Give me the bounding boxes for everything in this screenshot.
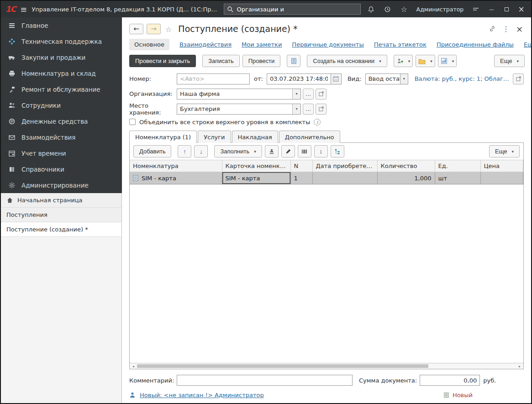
organization-input[interactable]: [177, 89, 301, 100]
main-menu-icon[interactable]: [20, 5, 27, 14]
sidebar-item-employees[interactable]: Сотрудники: [1, 97, 122, 113]
comment-input[interactable]: [177, 375, 353, 386]
tab-uslugi[interactable]: Услуги: [198, 131, 231, 143]
current-user-label[interactable]: Администратор: [416, 6, 464, 13]
cell-purchase-date[interactable]: [312, 172, 377, 184]
more-commands-button[interactable]: Еще: [494, 55, 525, 67]
fill-button[interactable]: Заполнить: [214, 145, 262, 157]
get-link-icon[interactable]: [489, 25, 496, 32]
column-header[interactable]: Цена: [480, 160, 523, 172]
window-item-home[interactable]: Начальная страница: [1, 193, 121, 208]
close-form-icon[interactable]: [516, 24, 523, 34]
cell-n[interactable]: 1: [290, 172, 312, 184]
pencil-button[interactable]: [281, 145, 295, 157]
post-and-close-button[interactable]: Провести и закрыть: [129, 55, 196, 67]
move-row-down-button[interactable]: [194, 145, 208, 157]
chevron-down-icon[interactable]: [292, 89, 300, 99]
maximize-button[interactable]: [501, 3, 512, 15]
minimize-button[interactable]: [486, 3, 497, 15]
close-window-button[interactable]: [516, 3, 527, 15]
kind-value[interactable]: Ввод остатк: [365, 73, 400, 84]
chevron-down-icon[interactable]: [400, 73, 408, 84]
column-header[interactable]: N: [290, 160, 312, 172]
sidebar-item-glavnoe[interactable]: Главное: [1, 17, 122, 33]
column-header[interactable]: Номенклатура: [130, 160, 222, 172]
open-currency-settings-button[interactable]: [513, 73, 524, 84]
calendar-picker-button[interactable]: [331, 73, 342, 84]
organization-choose-button[interactable]: [303, 89, 314, 100]
files-button[interactable]: [416, 55, 435, 67]
currency-summary-link[interactable]: Валюта: руб., курс: 1; Облагается ...: [415, 75, 511, 82]
column-header[interactable]: Количество: [377, 160, 435, 172]
scrollbar-thumb[interactable]: [137, 364, 428, 368]
add-user-task-button[interactable]: [394, 55, 413, 67]
cell-quantity[interactable]: 1,000: [377, 172, 435, 184]
forward-button[interactable]: [147, 24, 161, 34]
move-row-up-button[interactable]: [178, 145, 191, 157]
hierarchy-button[interactable]: [331, 145, 344, 157]
scroll-left-icon[interactable]: [131, 364, 136, 368]
kind-combobox[interactable]: Ввод остатк: [365, 73, 408, 84]
tab-moi-zametki[interactable]: Мои заметки: [242, 41, 282, 48]
cell-nomenclature[interactable]: SIM - карта: [130, 172, 222, 184]
history-icon[interactable]: [382, 3, 394, 15]
tab-nomenklatura[interactable]: Номенклатура (1): [129, 131, 197, 143]
column-header[interactable]: Карточка номенкла...: [222, 160, 290, 172]
info-icon[interactable]: [314, 119, 321, 126]
tab-more[interactable]: Еще...: [524, 41, 532, 48]
total-input[interactable]: [420, 375, 480, 386]
window-item-postupleniya[interactable]: Поступления: [1, 208, 121, 222]
sidebar-item-money[interactable]: Денежные средства: [1, 113, 122, 129]
sidebar-item-warehouse[interactable]: Номенклатура и склад: [1, 65, 122, 81]
cell-card[interactable]: SIM - карта: [222, 172, 290, 184]
sidebar-item-interactions[interactable]: Взаимодействия: [1, 129, 122, 145]
favorite-star-icon[interactable]: [165, 24, 172, 34]
table-row[interactable]: SIM - карта SIM - карта 1 1,000 шт: [130, 172, 523, 184]
tab-vzaimodeystviya[interactable]: Взаимодействия: [179, 41, 232, 48]
back-button[interactable]: [129, 24, 143, 34]
favorites-star-icon[interactable]: [398, 3, 410, 15]
journal-button[interactable]: [287, 55, 300, 67]
date-input[interactable]: [267, 73, 331, 84]
add-row-button[interactable]: Добавить: [133, 145, 171, 157]
chevron-down-icon[interactable]: [292, 104, 300, 114]
organization-open-button[interactable]: [316, 89, 327, 100]
sidebar-item-administration[interactable]: Администрирование: [1, 177, 122, 193]
number-input[interactable]: [177, 73, 250, 84]
create-on-base-button[interactable]: Создать на основании: [307, 55, 387, 67]
combine-rows-checkbox[interactable]: [129, 119, 136, 125]
sidebar-item-repair[interactable]: Ремонт и обслуживание: [1, 81, 122, 97]
tab-nakladnaya[interactable]: Накладная: [232, 131, 278, 143]
window-item-postuplenie-active[interactable]: Поступление (создание) *: [1, 222, 121, 237]
sidebar-item-timesheet[interactable]: Учет времени: [1, 145, 122, 161]
column-header[interactable]: Дата приобретения: [312, 160, 377, 172]
table-empty-area[interactable]: [130, 184, 523, 363]
scroll-right-icon[interactable]: [517, 364, 522, 368]
document-status-link[interactable]: Новый: <не записан !> Администратор: [140, 392, 264, 399]
tab-dopolnitelno[interactable]: Дополнительно: [279, 131, 340, 143]
row-height-button[interactable]: [314, 145, 328, 157]
cell-price[interactable]: [480, 172, 523, 184]
stamp-button[interactable]: [265, 145, 279, 157]
cell-unit[interactable]: шт: [435, 172, 480, 184]
notifications-bell-icon[interactable]: [365, 3, 377, 15]
sidebar-item-catalogs[interactable]: Справочники: [1, 161, 122, 177]
tab-pervichnye-dokumenty[interactable]: Первичные документы: [292, 41, 363, 48]
tab-prisoedinennye-fayly[interactable]: Присоединенные файлы: [437, 41, 514, 48]
sidebar-item-support[interactable]: Техническая поддержка: [1, 33, 122, 49]
grid-more-button[interactable]: Еще: [489, 145, 520, 157]
tab-pechat-etiketok[interactable]: Печать этикеток: [374, 41, 427, 48]
write-button[interactable]: Записать: [202, 55, 240, 67]
horizontal-scrollbar[interactable]: [130, 363, 523, 369]
tab-osnovnoe[interactable]: Основное: [129, 39, 169, 50]
more-menu-icon[interactable]: [502, 25, 510, 33]
sidebar-item-purchases[interactable]: Закупки и продажи: [1, 49, 122, 65]
connection-quality-icon[interactable]: [470, 3, 482, 15]
reports-button[interactable]: [438, 55, 457, 67]
storage-input[interactable]: [177, 104, 301, 115]
column-header[interactable]: Ед.: [435, 160, 480, 172]
barcode-button[interactable]: [298, 145, 311, 157]
post-button[interactable]: Провести: [242, 55, 281, 67]
storage-choose-button[interactable]: [303, 104, 314, 115]
search-input[interactable]: [236, 5, 358, 13]
